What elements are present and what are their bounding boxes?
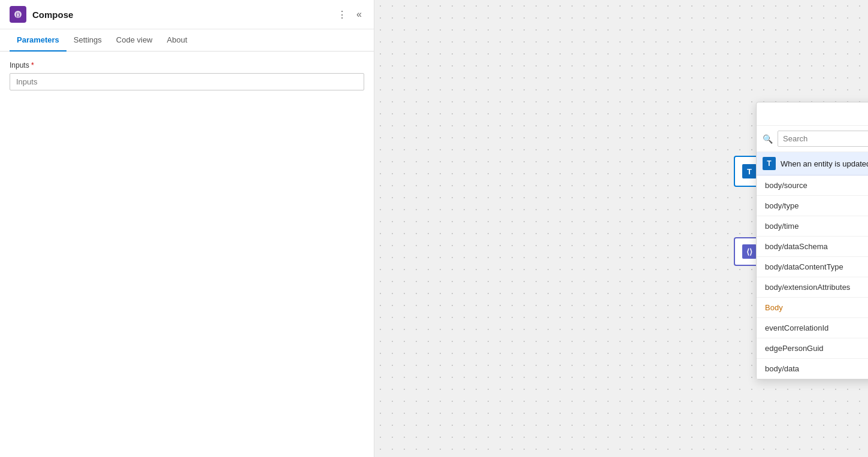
list-item[interactable]: body/extensionAttributes — [757, 277, 868, 298]
header-actions: ⋮ « — [335, 7, 364, 23]
inputs-label: Inputs * — [10, 61, 364, 69]
more-options-button[interactable]: ⋮ — [335, 7, 349, 23]
tab-about[interactable]: About — [160, 29, 195, 52]
tabs-bar: Parameters Settings Code view About — [0, 29, 374, 52]
list-item[interactable]: body/dataSchema — [757, 237, 868, 257]
trigger-flow-icon: T — [742, 164, 757, 178]
list-item[interactable]: eventCorrelationId — [757, 318, 868, 338]
search-input[interactable] — [778, 131, 868, 147]
inputs-field[interactable] — [10, 73, 364, 90]
bracket-group: eventCorrelationId edgePersonGuid body/d… — [757, 318, 868, 379]
trigger-header: T When an entity is updated See less — [757, 152, 868, 175]
search-box: 🔍 — [757, 126, 868, 152]
compose-flow-icon: ⟨⟩ — [742, 244, 757, 259]
list-item[interactable]: body/dataContentType — [757, 257, 868, 277]
list-item[interactable]: edgePersonGuid — [757, 338, 868, 359]
tab-parameters[interactable]: Parameters — [10, 29, 66, 52]
list-item[interactable]: body/type — [757, 196, 868, 216]
svg-text:⟨⟩: ⟨⟩ — [16, 12, 20, 18]
items-list[interactable]: body/source body/type body/time body/dat… — [757, 175, 868, 379]
collapse-button[interactable]: « — [354, 7, 364, 22]
trigger-t-icon: T — [763, 157, 776, 170]
app-icon: ⟨⟩ — [10, 6, 26, 23]
tab-settings[interactable]: Settings — [66, 29, 109, 52]
list-item[interactable]: body/source — [757, 175, 868, 196]
dropdown-header: ℹ ⤢ ✕ — [757, 102, 868, 126]
list-item[interactable]: body/time — [757, 216, 868, 237]
list-item[interactable]: body/data — [757, 359, 868, 379]
left-panel: ⟨⟩ Compose ⋮ « Parameters Settings Code … — [0, 0, 374, 457]
tab-code-view[interactable]: Code view — [109, 29, 160, 52]
trigger-label-row: T When an entity is updated — [763, 157, 868, 170]
list-item-body[interactable]: Body — [757, 298, 868, 318]
title-row: ⟨⟩ Compose — [10, 6, 73, 23]
panel-header: ⟨⟩ Compose ⋮ « — [0, 0, 374, 29]
canvas-area: ℹ ⤢ ✕ 🔍 T When an entity is updated See … — [374, 0, 868, 457]
search-icon: 🔍 — [763, 134, 773, 144]
trigger-name: When an entity is updated — [781, 159, 868, 168]
panel-body: Inputs * — [0, 52, 374, 100]
dropdown-popup: ℹ ⤢ ✕ 🔍 T When an entity is updated See … — [756, 102, 868, 380]
panel-title: Compose — [32, 10, 73, 20]
